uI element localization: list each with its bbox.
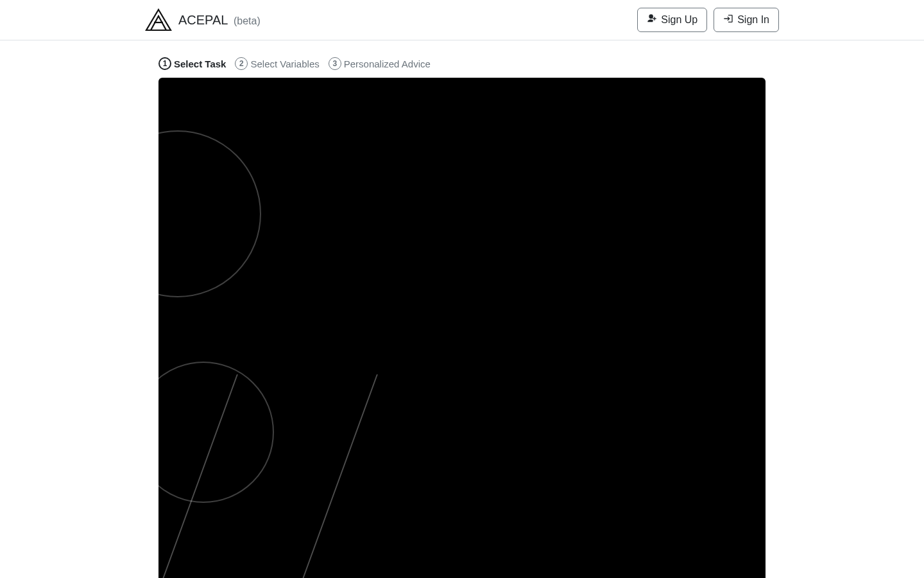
stepper-step-2[interactable]: 2 Select Variables <box>235 57 319 70</box>
signin-icon <box>723 13 733 26</box>
signin-label: Sign In <box>737 14 769 26</box>
user-plus-icon <box>647 13 657 26</box>
signup-label: Sign Up <box>661 14 697 26</box>
logo-icon <box>145 8 172 31</box>
stepper: 1 Select Task 2 Select Variables 3 Perso… <box>158 40 766 74</box>
main-container: 1 Select Task 2 Select Variables 3 Perso… <box>158 40 766 578</box>
brand-name: ACEPAL (beta) <box>178 13 261 28</box>
stepper-step-1[interactable]: 1 Select Task <box>158 57 226 70</box>
step-3-number: 3 <box>329 57 341 70</box>
step-2-label: Select Variables <box>250 58 319 69</box>
auth-buttons: Sign Up Sign In <box>637 8 779 32</box>
app-header: ACEPAL (beta) Sign Up Sign In <box>0 0 924 40</box>
brand-name-text: ACEPAL <box>178 13 228 27</box>
step-2-number: 2 <box>235 57 248 70</box>
brand-beta-text: (beta) <box>234 15 261 26</box>
signup-button[interactable]: Sign Up <box>637 8 707 32</box>
step-1-number: 1 <box>158 57 171 70</box>
signin-button[interactable]: Sign In <box>714 8 779 32</box>
hero-banner: Welcome. This is a place where you can g… <box>158 78 766 578</box>
header-inner: ACEPAL (beta) Sign Up Sign In <box>23 8 901 32</box>
step-3-label: Personalized Advice <box>344 58 431 69</box>
hero-decoration <box>158 130 261 297</box>
stepper-step-3[interactable]: 3 Personalized Advice <box>329 57 431 70</box>
step-1-label: Select Task <box>174 58 226 69</box>
brand[interactable]: ACEPAL (beta) <box>145 8 261 31</box>
